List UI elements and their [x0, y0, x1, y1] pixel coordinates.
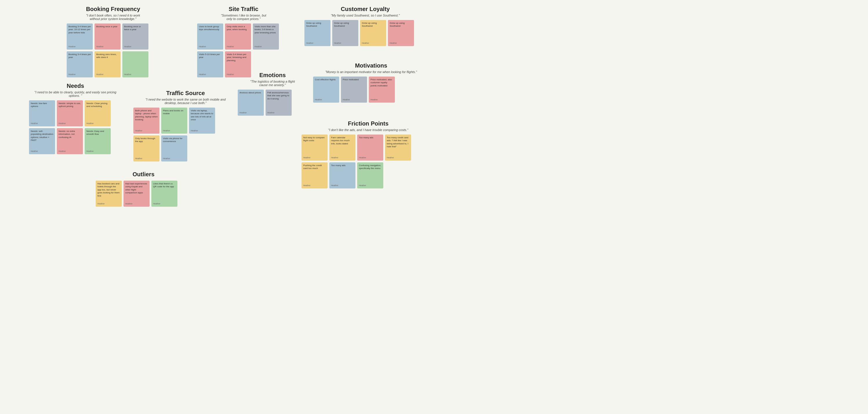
site-traffic-cards: Uses to book group trips simultaneously … [197, 24, 290, 77]
card[interactable]: Pushing the credit card too much Heather [302, 162, 328, 188]
motivations-section: Motivations "Money is an important motiv… [313, 62, 429, 103]
card[interactable]: Uses to book group trips simultaneously … [197, 24, 223, 50]
card[interactable]: Only books through the app Heather [133, 135, 159, 161]
card[interactable]: Grew up using Southwest Heather [388, 20, 414, 46]
card[interactable]: Booking zero times, wife does it Heather [94, 51, 121, 77]
card[interactable]: Needs: no extra information, not confusi… [57, 128, 83, 154]
card[interactable]: Grew up using Southwest Heather [360, 20, 386, 46]
card[interactable]: Anxious about prices Heather [238, 90, 264, 116]
card[interactable]: Booking 3-4 times per year Heather [67, 51, 93, 77]
card[interactable]: Booking 3-4 times per year; 10-12 times … [67, 24, 93, 50]
card[interactable]: Not easy to compare flight costs Heather [302, 134, 328, 161]
needs-section: Needs "I need to be able to clearly, qui… [29, 83, 122, 154]
card[interactable]: Visits more than she books; 3-6 times a … [253, 24, 279, 50]
card[interactable]: Felt anxious/nervous that she was going … [266, 90, 292, 116]
card[interactable]: Both phone and laptop - phone when plann… [133, 107, 159, 134]
friction-points-section: Friction Points "I don't like the ads, a… [302, 120, 435, 188]
card[interactable]: Needs: Easy and smooth flow Heather [85, 128, 111, 154]
booking-frequency-title: Booking Frequency [67, 6, 159, 12]
card[interactable]: Visits via laptop, because she wants to … [189, 107, 215, 134]
friction-points-title: Friction Points [302, 120, 435, 127]
motivations-title: Motivations [313, 62, 429, 69]
needs-quote: "I need to be able to clearly, quickly, … [29, 91, 122, 97]
booking-frequency-cards: Booking 3-4 times per year; 10-12 times … [67, 24, 159, 77]
card[interactable]: Needs: low-fare options Heather [29, 100, 55, 126]
card[interactable]: Grew up using Southwest Heather [304, 20, 331, 46]
customer-loyalty-title: Customer Loyalty [304, 6, 426, 12]
card[interactable]: Fare calendar requires too much info, lo… [329, 134, 355, 161]
customer-loyalty-cards: Grew up using Southwest Heather Grew up … [304, 20, 426, 46]
needs-title: Needs [29, 83, 122, 89]
card[interactable]: Has booked cars and hotels through the a… [96, 181, 122, 207]
card[interactable]: Booking once a year Heather [94, 24, 121, 50]
card[interactable]: Too many ads Heather [329, 162, 355, 188]
card[interactable]: Grew up using Southwest Heather [332, 20, 358, 46]
booking-frequency-section: Booking Frequency "I don't book often, s… [67, 6, 159, 77]
emotions-title: Emotions [238, 72, 307, 78]
card[interactable]: Booking once or twice a year Heather [122, 24, 149, 50]
traffic-source-cards: Both phone and laptop - phone when plann… [133, 107, 238, 161]
card[interactable]: Needs: simple to use, upfront pricing He… [57, 100, 83, 126]
main-canvas: Booking Frequency "I don't book often, s… [0, 0, 868, 414]
motivations-quote: "Money is an important motivator for me … [313, 70, 429, 74]
card[interactable]: Visits via phone for convenience Heather [161, 135, 187, 161]
card[interactable]: Price motivated Heather [341, 76, 367, 103]
card[interactable]: Too many ads Heather [357, 134, 383, 161]
traffic-source-title: Traffic Source [133, 90, 238, 97]
emotions-section: Emotions "The logistics of booking a fli… [238, 72, 307, 116]
card[interactable]: Confusing navigation, specifically the m… [357, 162, 383, 188]
friction-points-cards: Not easy to compare flight costs Heather… [302, 134, 435, 188]
site-traffic-section: Site Traffic "Sometimes I like to browse… [197, 6, 290, 77]
card[interactable]: Plans and books on mobile Heather [161, 107, 187, 134]
site-traffic-quote: "Sometimes I like to browse, butonly to … [197, 13, 290, 21]
traffic-source-quote: "I need the website to work the same on … [133, 98, 238, 105]
customer-loyalty-section: Customer Loyalty "My family used Southwe… [304, 6, 426, 46]
card[interactable]: Only visits once a year, when booking He… [225, 24, 251, 50]
card[interactable]: Price motivated, also customer loyalty p… [369, 76, 395, 103]
card[interactable]: Had bad experiences using Kayak and othe… [124, 181, 150, 207]
card[interactable]: Visits 5-10 times per year Heather [197, 51, 223, 77]
site-traffic-title: Site Traffic [197, 6, 290, 12]
card[interactable]: Needs: Clear pricing and scheduling Heat… [85, 100, 111, 126]
friction-points-quote: "I don't like the ads, and I have troubl… [302, 128, 435, 132]
card[interactable]: Heather [122, 51, 149, 77]
emotions-cards: Anxious about prices Heather Felt anxiou… [238, 90, 307, 116]
card[interactable]: Cost effective flights Heather [313, 76, 339, 103]
card[interactable]: Likes that there's a QR code for the app… [151, 181, 178, 207]
card[interactable]: Needs: self-populating destination optio… [29, 128, 55, 154]
booking-frequency-quote: "I don't book often, so I need it to wor… [67, 13, 159, 21]
outliers-section: Outliers Has booked cars and hotels thro… [96, 171, 191, 207]
traffic-source-section: Traffic Source "I need the website to wo… [133, 90, 238, 161]
emotions-quote: "The logistics of booking a flightcause … [238, 80, 307, 87]
outliers-cards: Has booked cars and hotels through the a… [96, 181, 191, 207]
customer-loyalty-quote: "My family used Southwest, so I use Sout… [304, 13, 426, 17]
outliers-title: Outliers [96, 171, 191, 178]
motivations-cards: Cost effective flights Heather Price mot… [313, 76, 429, 103]
needs-cards: Needs: low-fare options Heather Needs: s… [29, 100, 122, 154]
card[interactable]: Too many credit card ads- "I felt like I… [385, 134, 411, 161]
